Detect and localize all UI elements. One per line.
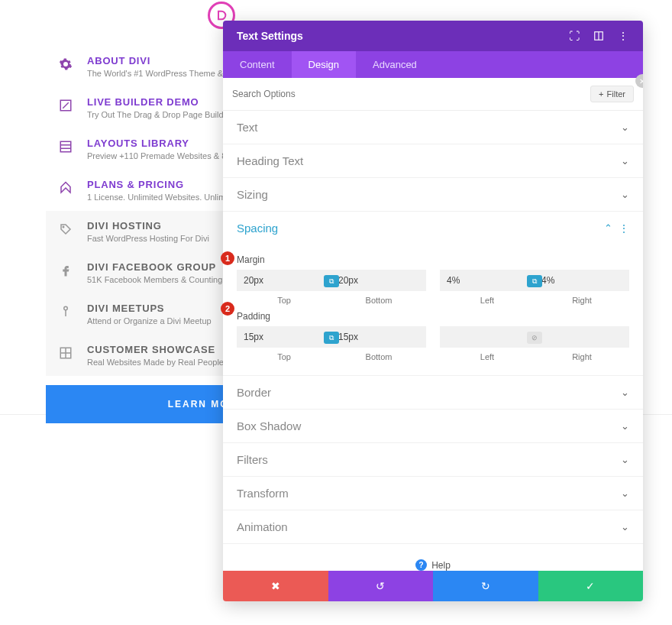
tab-content[interactable]: Content [223,51,292,78]
margin-left-input[interactable] [440,270,535,291]
padding-left-input[interactable] [440,326,535,348]
margin-top-input[interactable] [237,270,331,291]
gear-icon [58,57,73,72]
pos-label-right: Right [535,352,629,361]
pencil-icon [58,98,73,113]
save-button[interactable]: ✓ [538,571,644,601]
panel-title: Text Settings [237,30,303,42]
section-label: Border [237,386,271,399]
chevron-down-icon: ⌄ [621,155,629,167]
panel-header[interactable]: Text Settings ⛶ ⋮ [223,21,643,51]
pos-label-right: Right [535,296,629,305]
annotation-1: 1 [221,251,234,265]
section-sizing[interactable]: Sizing⌄ [223,178,643,212]
redo-button[interactable]: ↻ [433,571,538,601]
pos-label-bottom: Bottom [331,296,426,305]
margin-row: Top ⧉ Bottom Left ⧉ [237,270,629,305]
sidebar-subtitle: Real Websites Made by Real People [87,358,224,367]
link-icon[interactable]: ⧉ [324,332,339,344]
padding-vertical: Top ⧉ Bottom [237,326,426,361]
tabs: Content Design Advanced [223,51,643,78]
padding-bottom-input[interactable] [331,326,426,348]
section-spacing-head[interactable]: Spacing ⌃ ⋮ [223,212,643,244]
section-label: Animation [237,520,288,533]
section-boxshadow[interactable]: Box Shadow⌄ [223,410,643,443]
pos-label-bottom: Bottom [331,352,426,361]
margin-right-input[interactable] [535,270,629,291]
padding-right-input[interactable] [535,326,629,348]
chevron-down-icon: ⌄ [621,387,629,398]
help-link[interactable]: ? Help [223,544,643,571]
tab-advanced[interactable]: Advanced [356,51,434,78]
section-label: Text [237,121,258,134]
list-icon [58,139,73,154]
cancel-button[interactable]: ✖ [223,571,328,601]
link-icon[interactable]: ⧉ [527,275,542,287]
chevron-up-icon: ⌃ [604,222,612,234]
grid-icon [58,345,73,361]
chevron-down-icon: ⌄ [621,189,629,200]
pos-label-left: Left [440,296,535,305]
section-label: Filters [237,453,268,466]
menu-dots-icon[interactable]: ⋮ [619,222,629,235]
search-row: + Filter [223,78,643,111]
padding-top-input[interactable] [237,326,331,348]
section-border[interactable]: Border⌄ [223,376,643,410]
filter-label: Filter [607,89,625,99]
expand-icon[interactable]: ⛶ [568,30,580,42]
svg-point-4 [63,226,64,228]
unlink-icon[interactable]: ⊘ [527,332,542,344]
plus-icon: + [599,89,603,99]
svg-point-5 [64,306,68,310]
facebook-icon [58,263,73,278]
pin-icon [58,304,73,319]
section-label: Box Shadow [237,419,301,432]
chevron-down-icon: ⌄ [621,521,629,533]
padding-row: Top ⧉ Bottom Left ⊘ [237,326,629,361]
chevron-down-icon: ⌄ [621,454,629,465]
sidebar-subtitle: Try Out The Drag & Drop Page Builder For [87,110,246,119]
help-label: Help [431,560,451,571]
sidebar-title: DIVI MEETUPS [87,303,212,314]
section-spacing: Spacing ⌃ ⋮ Margin Top ⧉ [223,212,643,376]
margin-bottom-input[interactable] [331,270,426,291]
section-heading-text[interactable]: Heading Text⌄ [223,144,643,178]
sidebar-title: CUSTOMER SHOWCASE [87,344,224,355]
pos-label-top: Top [237,352,331,361]
section-filters[interactable]: Filters⌄ [223,443,643,477]
section-label: Heading Text [237,154,303,167]
panel-footer: ✖ ↺ ↻ ✓ [223,571,643,601]
margin-vertical: Top ⧉ Bottom [237,270,426,305]
settings-panel: Text Settings ⛶ ⋮ Content Design Advance… [223,21,643,601]
padding-label: Padding [237,311,629,322]
margin-label: Margin [237,254,629,265]
section-transform[interactable]: Transform⌄ [223,477,643,510]
chevron-down-icon: ⌄ [621,420,629,432]
filter-button[interactable]: + Filter [590,86,634,102]
tag-alt-icon [58,222,73,237]
section-label: Spacing [237,222,278,235]
pos-label-left: Left [440,352,535,361]
section-label: Sizing [237,188,268,201]
sidebar-subtitle: Fast WordPress Hosting For Divi [87,234,209,243]
section-label: Transform [237,487,289,500]
sidebar-title: DIVI HOSTING [87,220,209,232]
pos-label-top: Top [237,296,331,305]
undo-button[interactable]: ↺ [328,571,434,601]
sidebar-subtitle: 51K Facebook Members & Counting [87,275,222,284]
section-animation[interactable]: Animation⌄ [223,510,643,544]
link-icon[interactable]: ⧉ [324,275,339,287]
columns-icon[interactable] [593,30,605,42]
tab-design[interactable]: Design [292,51,356,78]
margin-horizontal: Left ⧉ Right [440,270,629,305]
spacing-body: Margin Top ⧉ Bottom [223,244,643,375]
sidebar-title: DIVI FACEBOOK GROUP [87,261,222,273]
help-icon: ? [415,559,427,571]
padding-horizontal: Left ⊘ Right [440,326,629,361]
section-text[interactable]: Text⌄ [223,111,643,144]
sections-list: Text⌄ Heading Text⌄ Sizing⌄ Spacing ⌃ ⋮ … [223,111,643,571]
chevron-down-icon: ⌄ [621,487,629,499]
menu-dots-icon[interactable]: ⋮ [617,30,629,42]
tag-icon [58,180,73,196]
search-input[interactable] [232,89,590,99]
